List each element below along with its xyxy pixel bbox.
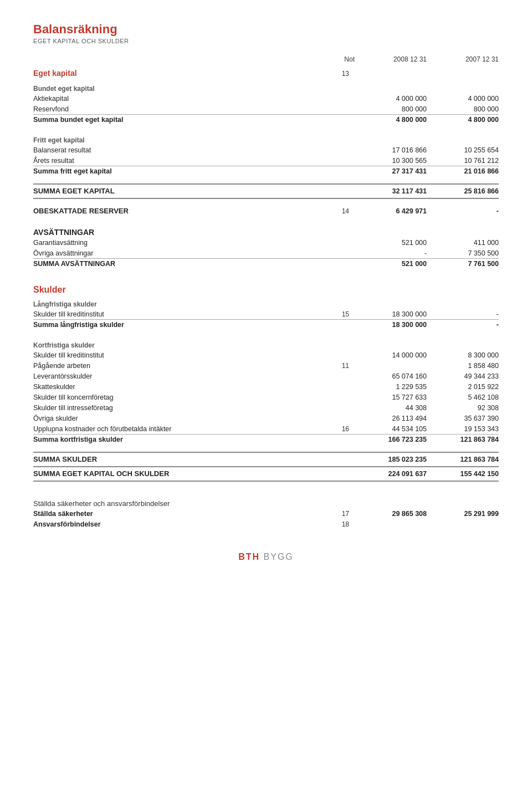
reservfond-2007: 800 000 <box>427 105 499 113</box>
col-2008-header: 2008 12 31 <box>355 55 427 63</box>
ansvarsförbindelser-label: Ansvarsförbindelser <box>33 520 321 528</box>
eget-kapital-heading: Eget kapital <box>33 69 321 78</box>
upplupna-row: Upplupna kostnader och förutbetalda intä… <box>33 424 499 435</box>
arets-resultat-label: Årets resultat <box>33 157 321 165</box>
upplupna-not: 16 <box>321 425 355 433</box>
leverantorsskulder-2007: 49 344 233 <box>427 372 499 380</box>
skatteskulder-row: Skatteskulder 1 229 535 2 015 922 <box>33 382 499 392</box>
obeskattade-2007: - <box>427 207 499 215</box>
bundet-subsection: Bundet eget kapital Aktiekapital 4 000 0… <box>33 85 499 125</box>
skulder-kreditinstitut-lang-label: Skulder till kreditinstitut <box>33 310 321 318</box>
summa-langfristiga-row: Summa långfristiga skulder 18 300 000 - <box>33 320 499 330</box>
skatteskulder-2007: 2 015 922 <box>427 383 499 391</box>
summa-skulder-label: SUMMA SKULDER <box>33 455 321 463</box>
kortfristiga-subsection: Kortfristiga skulder Skulder till kredit… <box>33 341 499 445</box>
ovriga-skulder-label: Övriga skulder <box>33 415 321 422</box>
skulder-kreditinstitut-kort-2008: 14 000 000 <box>355 351 427 359</box>
stallda-sakerheter-2007: 25 291 999 <box>427 510 499 518</box>
summa-eget-kapital-row: SUMMA EGET KAPITAL 32 117 431 25 816 866 <box>33 186 499 197</box>
pagaende-arbeten-2007: 1 858 480 <box>427 362 499 370</box>
summa-fritt-2008: 27 317 431 <box>355 167 427 175</box>
reservfond-2008: 800 000 <box>355 105 427 113</box>
skulder-kreditinstitut-lang-not: 15 <box>321 310 355 318</box>
aktiekapital-row: Aktiekapital 4 000 000 4 000 000 <box>33 94 499 104</box>
summa-bundet-2008: 4 800 000 <box>355 116 427 124</box>
obeskattade-not: 14 <box>321 207 355 215</box>
summa-kortfristiga-label: Summa kortfristiga skulder <box>33 436 321 443</box>
summa-bundet-2007: 4 800 000 <box>427 116 499 124</box>
ovriga-avsattningar-2008: - <box>355 249 427 257</box>
summa-eget-skulder-2008: 224 091 637 <box>355 470 427 478</box>
skulder-intresseforetag-row: Skulder till intresseföretag 44 308 92 3… <box>33 403 499 413</box>
ovriga-skulder-row: Övriga skulder 26 113 494 35 637 390 <box>33 413 499 424</box>
upplupna-label: Upplupna kostnader och förutbetalda intä… <box>33 425 321 433</box>
summa-bundet-label: Summa bundet eget kapital <box>33 116 321 124</box>
pagaende-arbeten-row: Pågående arbeten 11 1 858 480 <box>33 361 499 371</box>
summa-skulder-2007: 121 863 784 <box>427 456 499 463</box>
stallda-sakerheter-row: Ställda säkerheter 17 29 865 308 25 291 … <box>33 509 499 519</box>
aktiekapital-label: Aktiekapital <box>33 95 321 103</box>
skulder-kreditinstitut-kort-row: Skulder till kreditinstitut 14 000 000 8… <box>33 350 499 361</box>
summa-eget-skulder-row: SUMMA EGET KAPITAL OCH SKULDER 224 091 6… <box>33 468 499 479</box>
summa-eget-skulder-label: SUMMA EGET KAPITAL OCH SKULDER <box>33 469 321 478</box>
summa-langfristiga-2008: 18 300 000 <box>355 321 427 329</box>
skulder-intresseforetag-label: Skulder till intresseföretag <box>33 404 321 412</box>
ovriga-avsattningar-row: Övriga avsättningar - 7 350 500 <box>33 248 499 259</box>
bundet-heading: Bundet eget kapital <box>33 85 499 93</box>
aktiekapital-2008: 4 000 000 <box>355 95 427 103</box>
obeskattade-2008: 6 429 971 <box>355 207 427 215</box>
page-title: Balansräkning <box>33 22 499 37</box>
skulder-kreditinstitut-kort-2007: 8 300 000 <box>427 351 499 359</box>
reservfond-label: Reservfond <box>33 105 321 113</box>
skulder-intresseforetag-2008: 44 308 <box>355 404 427 412</box>
ovriga-skulder-2007: 35 637 390 <box>427 415 499 422</box>
logo-part2: BYGG <box>260 552 294 561</box>
stallda-heading: Ställda säkerheter och ansvarsförbindels… <box>33 499 499 508</box>
balanserat-2007: 10 255 654 <box>427 146 499 154</box>
reservfond-row: Reservfond 800 000 800 000 <box>33 104 499 115</box>
arets-resultat-2007: 10 761 212 <box>427 157 499 165</box>
leverantorsskulder-row: Leverantörsskulder 65 074 160 49 344 233 <box>33 371 499 382</box>
summa-bundet-row: Summa bundet eget kapital 4 800 000 4 80… <box>33 115 499 125</box>
fritt-heading: Fritt eget kapital <box>33 136 499 144</box>
arets-resultat-row: Årets resultat 10 300 565 10 761 212 <box>33 156 499 166</box>
summa-langfristiga-2007: - <box>427 321 499 329</box>
eget-kapital-not: 13 <box>321 70 355 78</box>
skatteskulder-2008: 1 229 535 <box>355 383 427 391</box>
summa-avsattningar-2007: 7 761 500 <box>427 260 499 268</box>
skatteskulder-label: Skatteskulder <box>33 383 321 391</box>
leverantorsskulder-2008: 65 074 160 <box>355 372 427 380</box>
skulder-koncernforetag-label: Skulder till koncernföretag <box>33 394 321 401</box>
upplupna-2008: 44 534 105 <box>355 425 427 433</box>
skulder-kreditinstitut-lang-2008: 18 300 000 <box>355 310 427 318</box>
summa-skulder-2008: 185 023 235 <box>355 456 427 463</box>
ovriga-avsattningar-2007: 7 350 500 <box>427 249 499 257</box>
skulder-koncernforetag-2008: 15 727 633 <box>355 394 427 401</box>
arets-resultat-2008: 10 300 565 <box>355 157 427 165</box>
summa-avsattningar-label: SUMMA AVSÄTTNINGAR <box>33 260 321 268</box>
avsattningar-section: AVSÄTTNINGAR Garantiavsättning 521 000 4… <box>33 228 499 269</box>
langfristiga-subsection: Långfristiga skulder Skulder till kredit… <box>33 300 499 330</box>
footer-logo: BTH BYGG <box>33 552 499 562</box>
balanserat-label: Balanserat resultat <box>33 146 321 154</box>
summa-fritt-row: Summa fritt eget kapital 27 317 431 21 0… <box>33 166 499 177</box>
skulder-kreditinstitut-kort-label: Skulder till kreditinstitut <box>33 351 321 359</box>
aktiekapital-2007: 4 000 000 <box>427 95 499 103</box>
skulder-intresseforetag-2007: 92 308 <box>427 404 499 412</box>
stallda-section: Ställda säkerheter och ansvarsförbindels… <box>33 499 499 530</box>
ovriga-avsattningar-label: Övriga avsättningar <box>33 249 321 257</box>
summa-kortfristiga-2007: 121 863 784 <box>427 436 499 443</box>
kortfristiga-heading: Kortfristiga skulder <box>33 341 499 349</box>
garantiavsattning-2007: 411 000 <box>427 239 499 247</box>
skulder-heading: Skulder <box>33 285 499 295</box>
obeskattade-label: OBESKATTADE RESERVER <box>33 207 321 215</box>
stallda-sakerheter-not: 17 <box>321 510 355 518</box>
summa-skulder-row: SUMMA SKULDER 185 023 235 121 863 784 <box>33 454 499 465</box>
balanserat-row: Balanserat resultat 17 016 866 10 255 65… <box>33 145 499 156</box>
garantiavsattning-row: Garantiavsättning 521 000 411 000 <box>33 238 499 248</box>
skulder-kreditinstitut-lang-2007: - <box>427 310 499 318</box>
page-subtitle: EGET KAPITAL OCH SKULDER <box>33 38 499 44</box>
langfristiga-heading: Långfristiga skulder <box>33 300 499 308</box>
col-2007-header: 2007 12 31 <box>427 55 499 63</box>
ovriga-skulder-2008: 26 113 494 <box>355 415 427 422</box>
